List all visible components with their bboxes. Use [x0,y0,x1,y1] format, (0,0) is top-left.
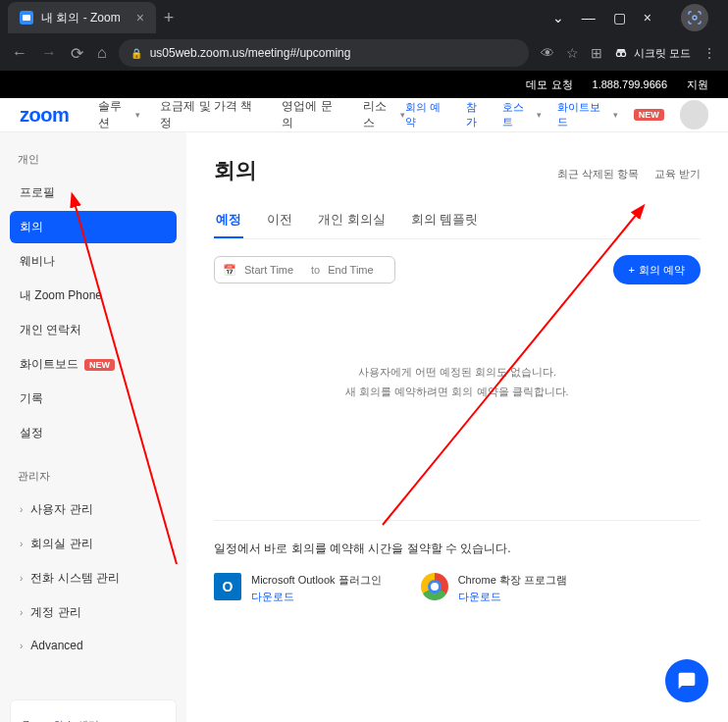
plus-icon: + [629,264,635,276]
tab-bar: 내 회의 - Zoom × + ⌄ — ▢ × [0,0,728,35]
page-title: 회의 [214,156,257,185]
forward-icon[interactable]: → [41,44,57,63]
date-range-picker[interactable]: 📅 to [214,256,395,284]
support-link[interactable]: 지원 [687,77,708,92]
close-window-icon[interactable]: × [644,10,651,26]
minimize-icon[interactable]: — [582,10,596,26]
tab-upcoming[interactable]: 예정 [214,203,243,238]
tab-personal-room[interactable]: 개인 회의실 [316,203,388,238]
nav-solutions[interactable]: 솔루션▾ [98,98,140,131]
tab-title: 내 회의 - Zoom [41,10,121,26]
address-bar[interactable]: 🔒 us05web.zoom.us/meeting#/upcoming [119,39,529,67]
schedule-help-text: 일정에서 바로 회의를 예약해 시간을 절약할 수 있습니다. [214,541,701,557]
sidebar-item-profile[interactable]: 프로필 [10,177,177,209]
link-learning-center[interactable]: Zoom 학습 센터 [23,712,164,722]
sidebar-item-recording[interactable]: 기록 [10,383,177,415]
header-join-link[interactable]: 참가 [466,100,487,129]
avatar[interactable] [680,100,708,129]
chevron-right-icon: › [20,539,23,549]
outlook-download-link[interactable]: 다운로드 [251,590,382,604]
outlook-integration: O Microsoft Outlook 플러그인 다운로드 [214,573,382,604]
sidebar-item-account[interactable]: ›계정 관리 [10,596,177,629]
nav-sales[interactable]: 영업에 문의 [282,98,342,131]
empty-line-2: 새 회의를 예약하려면 회의 예약을 클릭합니다. [214,383,701,402]
get-training-link[interactable]: 교육 받기 [654,167,701,181]
tabs: 예정 이전 개인 회의실 회의 템플릿 [214,203,701,239]
header-schedule-link[interactable]: 회의 예약 [405,100,450,129]
outlook-icon: O [214,573,241,600]
svg-point-2 [621,52,626,57]
schedule-meeting-button[interactable]: + 회의 예약 [613,255,702,284]
empty-line-1: 사용자에게 어떤 예정된 회의도 없습니다. [214,363,701,383]
sidebar-section-admin: 관리자 [10,469,177,484]
lens-icon[interactable] [681,4,708,31]
start-time-input[interactable] [244,264,303,276]
eye-slash-icon[interactable]: 👁 [541,45,554,61]
sidebar-links-box: Zoom 학습 센터 라이브 교육에 참석 비디오 자습서 기술 자료 [10,699,177,722]
lock-icon: 🔒 [130,48,142,59]
demo-link[interactable]: 데모 요청 [526,77,572,92]
close-icon[interactable]: × [136,10,144,26]
chrome-download-link[interactable]: 다운로드 [458,590,567,604]
chat-button[interactable] [665,659,708,702]
reload-icon[interactable]: ⟳ [71,44,83,63]
page-content: 회의 최근 삭제된 항목 교육 받기 예정 이전 개인 회의실 회의 템플릿 📅… [186,132,728,722]
chevron-down-icon[interactable]: ⌄ [552,10,564,26]
back-icon[interactable]: ← [12,44,27,63]
new-badge: NEW [84,359,115,371]
outlook-title: Microsoft Outlook 플러그인 [251,573,382,588]
star-icon[interactable]: ☆ [566,45,579,61]
sidebar-item-advanced[interactable]: ›Advanced [10,631,177,660]
nav-pricing[interactable]: 요금제 및 가격 책정 [160,98,262,131]
header-host-link[interactable]: 호스트▾ [502,100,542,129]
nav-resources[interactable]: 리소스▾ [363,98,405,131]
svg-point-0 [693,16,697,20]
tab-previous[interactable]: 이전 [265,203,294,238]
sidebar-item-settings[interactable]: 설정 [10,417,177,449]
chevron-right-icon: › [20,504,23,515]
sidebar: 개인 프로필 회의 웨비나 내 Zoom Phone 개인 연락처 화이트보드 … [0,132,186,722]
sidebar-item-contacts[interactable]: 개인 연락처 [10,314,177,346]
extension-icon[interactable]: ⊞ [591,45,602,61]
chrome-title: Chrome 확장 프로그램 [458,573,567,588]
new-tab-button[interactable]: + [164,8,175,28]
maximize-icon[interactable]: ▢ [613,10,626,26]
chrome-integration: Chrome 확장 프로그램 다운로드 [421,573,567,604]
sidebar-item-whiteboard[interactable]: 화이트보드 NEW [10,348,177,381]
url-text: us05web.zoom.us/meeting#/upcoming [150,46,351,60]
sidebar-item-webinar[interactable]: 웨비나 [10,245,177,278]
chrome-icon [421,573,448,600]
incognito-badge[interactable]: 시크릿 모드 [614,46,691,61]
tab-templates[interactable]: 회의 템플릿 [409,203,481,238]
phone-number[interactable]: 1.888.799.9666 [593,78,667,90]
chevron-right-icon: › [20,607,23,618]
home-icon[interactable]: ⌂ [97,44,107,63]
svg-point-1 [616,52,621,57]
new-badge: NEW [634,109,664,121]
menu-icon[interactable]: ⋮ [702,45,716,61]
browser-tab[interactable]: 내 회의 - Zoom × [8,2,156,33]
sidebar-item-meeting[interactable]: 회의 [10,211,177,243]
zoom-logo[interactable]: zoom [20,104,69,127]
zoom-header: zoom 솔루션▾ 요금제 및 가격 책정 영업에 문의 리소스▾ 회의 예약 … [0,98,728,132]
sidebar-section-personal: 개인 [10,152,177,167]
end-time-input[interactable] [328,264,387,276]
recently-deleted-link[interactable]: 최근 삭제된 항목 [557,167,639,181]
sidebar-item-users[interactable]: ›사용자 관리 [10,493,177,526]
sidebar-item-phone-system[interactable]: ›전화 시스템 관리 [10,562,177,594]
empty-state: 사용자에게 어떤 예정된 회의도 없습니다. 새 회의를 예약하려면 회의 예약… [214,363,701,402]
zoom-favicon [20,11,33,25]
sidebar-item-phone[interactable]: 내 Zoom Phone [10,280,177,312]
chevron-right-icon: › [20,641,23,651]
top-info-bar: 데모 요청 1.888.799.9666 지원 [0,71,728,98]
sidebar-item-rooms[interactable]: ›회의실 관리 [10,528,177,560]
header-whiteboard-link[interactable]: 화이트보드▾ [557,100,618,129]
chevron-right-icon: › [20,573,23,584]
calendar-icon: 📅 [223,264,236,277]
to-label: to [311,264,320,276]
